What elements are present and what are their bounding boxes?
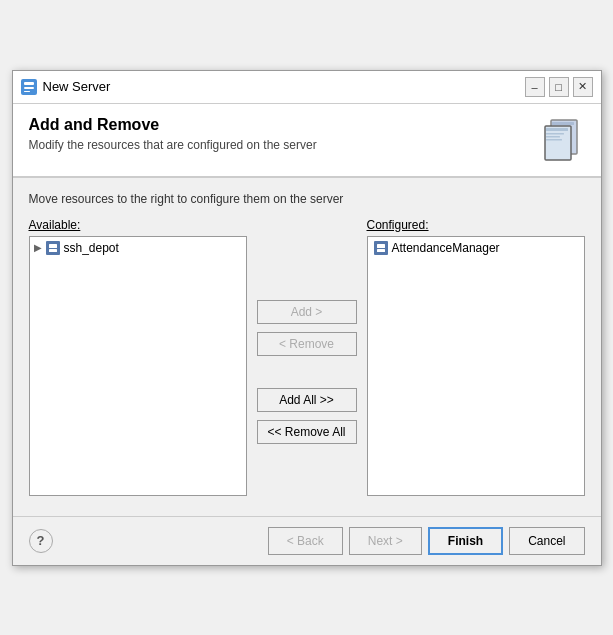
available-label: Available:	[29, 218, 247, 232]
minimize-button[interactable]: –	[525, 77, 545, 97]
transfer-buttons: Add > < Remove Add All >> << Remove All	[247, 242, 367, 502]
dialog-window: New Server – □ ✕ Add and Remove Modify t…	[12, 70, 602, 566]
resource-icon	[46, 241, 60, 255]
next-button[interactable]: Next >	[349, 527, 422, 555]
header-text: Add and Remove Modify the resources that…	[29, 116, 317, 152]
server-graphic-icon	[537, 116, 585, 164]
footer-right: < Back Next > Finish Cancel	[268, 527, 585, 555]
footer: ? < Back Next > Finish Cancel	[13, 516, 601, 565]
finish-button[interactable]: Finish	[428, 527, 503, 555]
instruction-text: Move resources to the right to configure…	[29, 192, 585, 206]
header-description: Modify the resources that are configured…	[29, 138, 317, 152]
configured-list[interactable]: AttendanceManager	[367, 236, 585, 496]
configured-section: Configured: AttendanceManager	[367, 218, 585, 496]
back-button[interactable]: < Back	[268, 527, 343, 555]
configured-label: Configured:	[367, 218, 585, 232]
help-button[interactable]: ?	[29, 529, 53, 553]
header-heading: Add and Remove	[29, 116, 317, 134]
close-button[interactable]: ✕	[573, 77, 593, 97]
title-text: New Server	[43, 79, 111, 94]
svg-rect-9	[546, 133, 564, 135]
svg-rect-7	[545, 126, 571, 160]
list-item[interactable]: ▶ ssh_depot	[32, 239, 244, 257]
list-item[interactable]: AttendanceManager	[370, 239, 582, 257]
server-icon-container	[537, 116, 585, 164]
columns-layout: Available: ▶ ssh_depot	[29, 218, 585, 502]
svg-rect-1	[24, 87, 34, 89]
maximize-button[interactable]: □	[549, 77, 569, 97]
svg-rect-2	[24, 91, 30, 92]
svg-rect-15	[377, 249, 385, 252]
available-list[interactable]: ▶ ssh_depot	[29, 236, 247, 496]
header-section: Add and Remove Modify the resources that…	[13, 104, 601, 178]
content-area: Move resources to the right to configure…	[13, 178, 601, 516]
svg-rect-13	[49, 249, 57, 252]
title-controls: – □ ✕	[525, 77, 593, 97]
configured-item-name: AttendanceManager	[392, 241, 500, 255]
add-button[interactable]: Add >	[257, 300, 357, 324]
available-section: Available: ▶ ssh_depot	[29, 218, 247, 496]
title-bar-left: New Server	[21, 79, 111, 95]
remove-all-button[interactable]: << Remove All	[257, 420, 357, 444]
svg-rect-4	[552, 122, 574, 125]
expand-arrow-icon: ▶	[34, 242, 42, 253]
svg-rect-12	[49, 244, 57, 248]
dialog-icon	[21, 79, 37, 95]
resource-icon	[374, 241, 388, 255]
footer-left: ?	[29, 529, 53, 553]
svg-rect-8	[546, 128, 568, 131]
svg-rect-0	[24, 82, 34, 85]
remove-button[interactable]: < Remove	[257, 332, 357, 356]
svg-rect-11	[546, 139, 562, 141]
svg-rect-10	[546, 136, 560, 138]
add-all-button[interactable]: Add All >>	[257, 388, 357, 412]
cancel-button[interactable]: Cancel	[509, 527, 584, 555]
title-bar: New Server – □ ✕	[13, 71, 601, 104]
available-item-name: ssh_depot	[64, 241, 119, 255]
svg-rect-14	[377, 244, 385, 248]
